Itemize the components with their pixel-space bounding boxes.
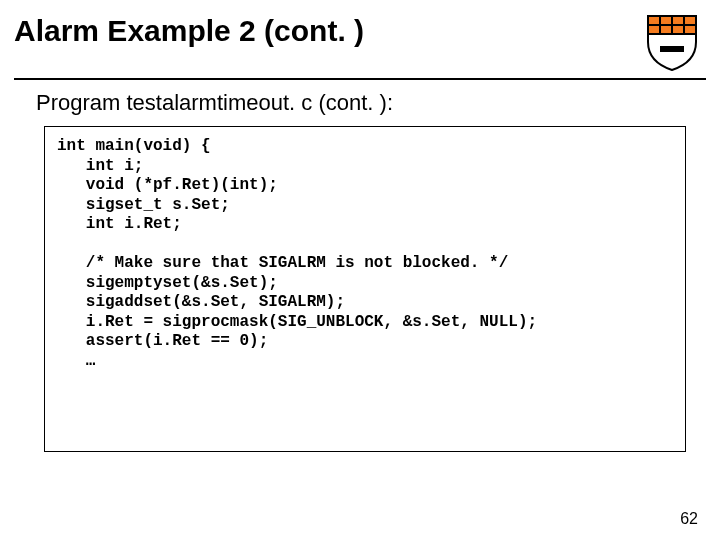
title-divider <box>14 78 706 80</box>
code-line: … <box>57 352 95 370</box>
code-line: int i; <box>57 157 143 175</box>
code-line: int i.Ret; <box>57 215 182 233</box>
code-line: int main(void) { <box>57 137 211 155</box>
code-line: sigaddset(&s.Set, SIGALRM); <box>57 293 345 311</box>
code-line: i.Ret = sigprocmask(SIG_UNBLOCK, &s.Set,… <box>57 313 537 331</box>
princeton-shield-icon <box>644 10 706 76</box>
code-line: /* Make sure that SIGALRM is not blocked… <box>57 254 508 272</box>
code-line: sigemptyset(&s.Set); <box>57 274 278 292</box>
slide-subtitle: Program testalarmtimeout. c (cont. ): <box>36 90 706 116</box>
code-line: void (*pf.Ret)(int); <box>57 176 278 194</box>
code-line: sigset_t s.Set; <box>57 196 230 214</box>
code-box: int main(void) { int i; void (*pf.Ret)(i… <box>44 126 686 452</box>
title-row: Alarm Example 2 (cont. ) <box>14 10 706 76</box>
slide: Alarm Example 2 (cont. ) Program testala… <box>0 0 720 540</box>
code-line: assert(i.Ret == 0); <box>57 332 268 350</box>
slide-title: Alarm Example 2 (cont. ) <box>14 14 364 48</box>
page-number: 62 <box>680 510 698 528</box>
